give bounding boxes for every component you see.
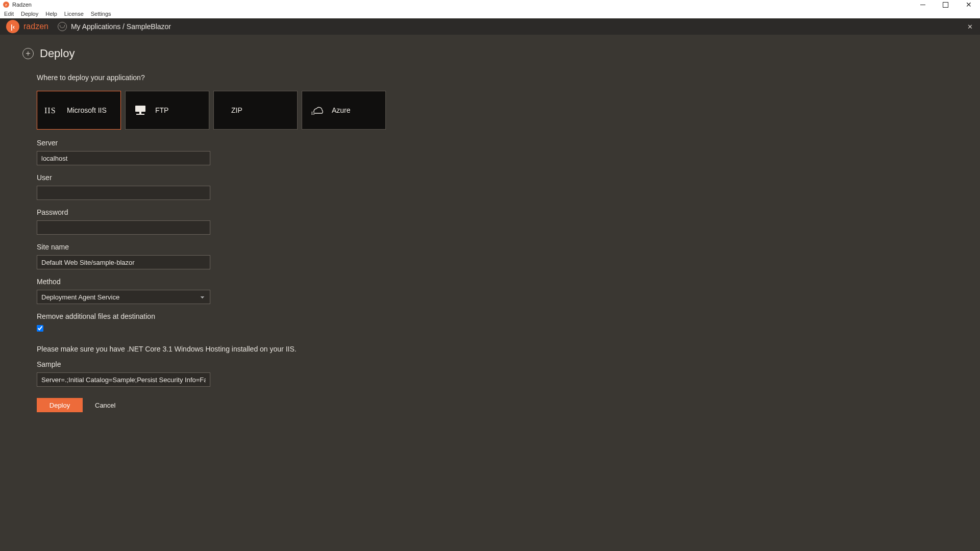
deploy-button[interactable]: Deploy	[37, 398, 83, 412]
svg-rect-6	[313, 112, 314, 113]
window-titlebar: r Radzen ✕	[0, 0, 980, 9]
target-label: Microsoft IIS	[67, 106, 107, 114]
breadcrumb-icon	[58, 22, 67, 31]
menu-help[interactable]: Help	[45, 11, 57, 17]
target-label: Azure	[332, 106, 351, 114]
target-azure[interactable]: Azure	[302, 91, 386, 130]
remove-files-checkbox[interactable]	[37, 325, 43, 332]
app-header: |‹ radzen My Applications / SampleBlazor…	[0, 18, 980, 35]
brand-name: radzen	[23, 22, 48, 31]
menu-deploy[interactable]: Deploy	[21, 11, 38, 17]
minimize-button[interactable]	[911, 0, 934, 9]
target-label: FTP	[155, 106, 168, 114]
sample-label: Sample	[37, 360, 455, 368]
svg-rect-8	[313, 113, 314, 114]
svg-text:IIS: IIS	[44, 106, 56, 115]
menu-settings[interactable]: Settings	[91, 11, 111, 17]
svg-rect-5	[312, 112, 313, 113]
window-controls: ✕	[911, 0, 980, 9]
password-label: Password	[37, 208, 455, 216]
maximize-button[interactable]	[934, 0, 957, 9]
remove-files-label: Remove additional files at destination	[37, 312, 455, 320]
close-button[interactable]: ✕	[957, 0, 980, 9]
cancel-button[interactable]: Cancel	[95, 402, 115, 409]
user-input[interactable]	[37, 186, 210, 200]
iis-icon: IIS	[44, 105, 60, 116]
menu-edit[interactable]: Edit	[4, 11, 14, 17]
page-title: Deploy	[40, 47, 75, 60]
menu-bar: Edit Deploy Help License Settings	[0, 9, 980, 18]
deploy-subheading: Where to deploy your application?	[37, 73, 455, 82]
panel-close-icon[interactable]: ✕	[967, 23, 973, 31]
app-icon: r	[3, 2, 9, 8]
brand-logo-icon: |‹	[6, 20, 19, 33]
method-label: Method	[37, 278, 455, 286]
svg-rect-3	[136, 114, 144, 115]
target-ftp[interactable]: FTP	[125, 91, 209, 130]
ftp-icon	[133, 105, 148, 116]
deploy-panel: + Deploy Where to deploy your applicatio…	[0, 35, 980, 551]
deploy-targets: IIS Microsoft IIS FTP ZIP Azure	[37, 91, 455, 130]
target-label: ZIP	[231, 106, 242, 114]
svg-rect-7	[312, 113, 313, 114]
window-title: Radzen	[12, 2, 32, 8]
breadcrumb[interactable]: My Applications / SampleBlazor	[71, 22, 171, 31]
menu-license[interactable]: License	[64, 11, 84, 17]
sitename-input[interactable]	[37, 255, 210, 269]
sitename-label: Site name	[37, 243, 455, 251]
sample-input[interactable]	[37, 372, 210, 387]
method-select[interactable]: Deployment Agent Service	[37, 290, 210, 304]
plus-circle-icon: +	[22, 48, 34, 59]
password-input[interactable]	[37, 220, 210, 235]
target-zip[interactable]: ZIP	[213, 91, 298, 130]
azure-icon	[309, 105, 325, 116]
user-label: User	[37, 173, 455, 182]
svg-rect-1	[135, 106, 145, 112]
server-label: Server	[37, 139, 455, 147]
target-iis[interactable]: IIS Microsoft IIS	[37, 91, 121, 130]
hosting-notice: Please make sure you have .NET Core 3.1 …	[37, 345, 455, 353]
server-input[interactable]	[37, 151, 210, 165]
svg-rect-2	[139, 112, 141, 114]
